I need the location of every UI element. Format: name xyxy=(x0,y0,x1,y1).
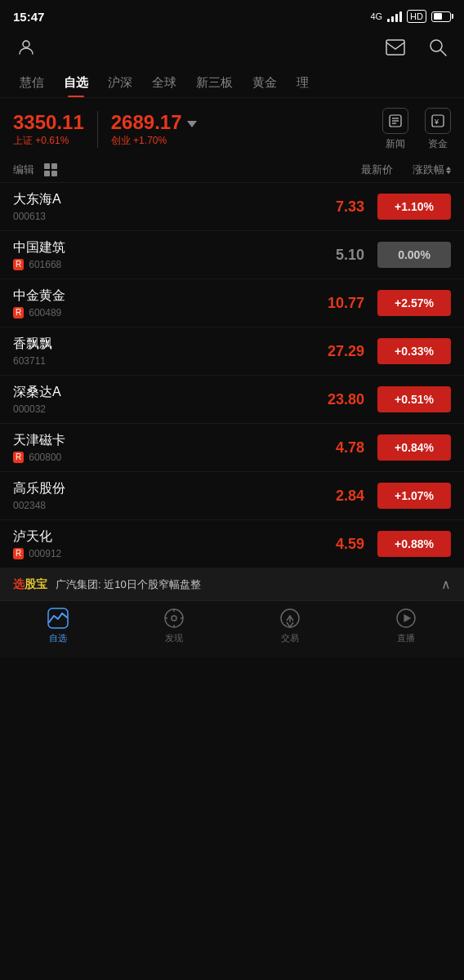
nav-zixuan-icon xyxy=(47,608,69,629)
tab-zixuan[interactable]: 自选 xyxy=(54,69,98,97)
stock-code-5: 600800 xyxy=(29,452,61,463)
svg-point-12 xyxy=(172,616,176,621)
ticker-brand: 选股宝 xyxy=(13,577,47,592)
top-icons-bar xyxy=(0,29,464,69)
r-badge-1: R xyxy=(13,259,24,270)
tab-huixin[interactable]: 慧信 xyxy=(10,69,54,97)
news-icon xyxy=(382,108,408,134)
nav-faxian-icon xyxy=(163,608,185,629)
stock-code-row-0: 000613 xyxy=(13,211,299,222)
nav-tabs: 慧信 自选 沪深 全球 新三板 黄金 理 xyxy=(0,69,464,98)
stock-price-2: 10.77 xyxy=(299,295,364,312)
stock-list: 大东海A 000613 7.33 +1.10% 中国建筑 R 601668 5.… xyxy=(0,183,464,568)
tab-huangjin[interactable]: 黄金 xyxy=(243,69,287,97)
stock-code-row-6: 002348 xyxy=(13,500,299,511)
stock-item-1[interactable]: 中国建筑 R 601668 5.10 0.00% xyxy=(0,231,464,279)
stock-name-1: 中国建筑 xyxy=(13,239,299,256)
list-header: 编辑 最新价 涨跌幅 xyxy=(0,158,464,183)
tab-xinsanban[interactable]: 新三板 xyxy=(186,69,243,97)
stock-code-3: 603711 xyxy=(13,355,46,367)
stock-info-5: 天津磁卡 R 600800 xyxy=(13,432,299,463)
nav-zhibo-label: 直播 xyxy=(397,632,415,644)
tab-hushen[interactable]: 沪深 xyxy=(98,69,142,97)
status-right: 4G HD xyxy=(370,10,451,23)
stock-info-0: 大东海A 000613 xyxy=(13,191,299,222)
stock-info-3: 香飘飘 603711 xyxy=(13,336,299,367)
stock-price-6: 2.84 xyxy=(299,488,364,505)
stock-change-5: +0.84% xyxy=(377,434,451,461)
stock-code-row-1: R 601668 xyxy=(13,259,299,270)
nav-faxian-label: 发现 xyxy=(165,632,183,644)
stock-code-row-3: 603711 xyxy=(13,355,299,367)
stock-code-row-7: R 000912 xyxy=(13,548,299,559)
stock-price-7: 4.59 xyxy=(299,536,364,553)
nav-jiaoyi-icon xyxy=(279,608,301,629)
stock-info-4: 深桑达A 000032 xyxy=(13,384,299,415)
nav-zixuan[interactable]: 自选 xyxy=(0,608,116,644)
sh-index[interactable]: 3350.11 上证 +0.61% xyxy=(13,111,98,149)
list-header-right: 最新价 涨跌幅 xyxy=(361,163,451,177)
stock-item-3[interactable]: 香飘飘 603711 27.29 +0.33% xyxy=(0,327,464,376)
stock-name-5: 天津磁卡 xyxy=(13,432,299,449)
stock-change-3: +0.33% xyxy=(377,338,451,364)
cy-index[interactable]: 2689.17 创业 +1.70% xyxy=(98,111,382,149)
stock-code-6: 002348 xyxy=(13,500,46,511)
stock-name-0: 大东海A xyxy=(13,191,299,208)
stock-item-4[interactable]: 深桑达A 000032 23.80 +0.51% xyxy=(0,376,464,424)
stock-name-3: 香飘飘 xyxy=(13,336,299,353)
change-col-label[interactable]: 涨跌幅 xyxy=(413,163,451,177)
nav-faxian[interactable]: 发现 xyxy=(116,608,232,644)
hd-badge: HD xyxy=(407,10,426,23)
stock-item-6[interactable]: 高乐股份 002348 2.84 +1.07% xyxy=(0,472,464,520)
nav-zhibo-icon xyxy=(395,608,417,629)
cy-index-label: 创业 +1.70% xyxy=(111,134,382,148)
stock-name-2: 中金黄金 xyxy=(13,287,299,305)
tab-quanqiu[interactable]: 全球 xyxy=(142,69,186,97)
stock-item-5[interactable]: 天津磁卡 R 600800 4.78 +0.84% xyxy=(0,424,464,472)
r-badge-5: R xyxy=(13,452,24,463)
profile-button[interactable] xyxy=(13,34,39,60)
funds-button[interactable]: ¥ 资金 xyxy=(425,108,451,151)
ticker-text: 广汽集团: 近10日个股窄幅盘整 xyxy=(56,577,441,592)
stock-item-2[interactable]: 中金黄金 R 600489 10.77 +2.57% xyxy=(0,279,464,327)
nav-zixuan-label: 自选 xyxy=(49,632,67,644)
stock-info-7: 泸天化 R 000912 xyxy=(13,528,299,559)
svg-point-11 xyxy=(165,609,183,627)
sh-index-label: 上证 +0.61% xyxy=(13,134,84,148)
stock-item-0[interactable]: 大东海A 000613 7.33 +1.10% xyxy=(0,183,464,231)
svg-rect-1 xyxy=(386,40,404,55)
time-display: 15:47 xyxy=(13,10,44,24)
stock-info-2: 中金黄金 R 600489 xyxy=(13,287,299,318)
bottom-ticker[interactable]: 选股宝 广汽集团: 近10日个股窄幅盘整 ∧ xyxy=(0,568,464,600)
stock-code-2: 600489 xyxy=(29,307,61,318)
top-right-icons xyxy=(382,34,451,60)
nav-jiaoyi[interactable]: 交易 xyxy=(232,608,348,644)
stock-name-4: 深桑达A xyxy=(13,384,299,401)
stock-change-1: 0.00% xyxy=(377,242,451,268)
search-button[interactable] xyxy=(425,34,451,60)
signal-bars xyxy=(387,11,402,22)
tab-li[interactable]: 理 xyxy=(287,69,319,97)
svg-text:¥: ¥ xyxy=(434,118,439,126)
stock-code-row-2: R 600489 xyxy=(13,307,299,318)
stock-code-row-5: R 600800 xyxy=(13,452,299,463)
price-col-label: 最新价 xyxy=(361,163,393,177)
stock-name-7: 泸天化 xyxy=(13,528,299,546)
r-badge-2: R xyxy=(13,307,24,318)
nav-zhibo[interactable]: 直播 xyxy=(348,608,464,644)
mail-button[interactable] xyxy=(382,34,408,60)
stock-name-6: 高乐股份 xyxy=(13,480,299,497)
list-header-left: 编辑 xyxy=(13,163,361,177)
arrow-down-icon xyxy=(187,121,197,127)
news-button[interactable]: 新闻 xyxy=(382,108,408,151)
nav-jiaoyi-label: 交易 xyxy=(281,632,299,644)
sort-arrows-icon xyxy=(446,167,451,174)
stock-price-0: 7.33 xyxy=(299,198,364,216)
stock-code-4: 000032 xyxy=(13,403,46,415)
grid-view-button[interactable] xyxy=(44,163,57,176)
stock-change-6: +1.07% xyxy=(377,483,451,509)
funds-icon: ¥ xyxy=(425,108,451,134)
edit-button[interactable]: 编辑 xyxy=(13,163,34,177)
stock-item-7[interactable]: 泸天化 R 000912 4.59 +0.88% xyxy=(0,520,464,568)
status-bar: 15:47 4G HD xyxy=(0,0,464,29)
